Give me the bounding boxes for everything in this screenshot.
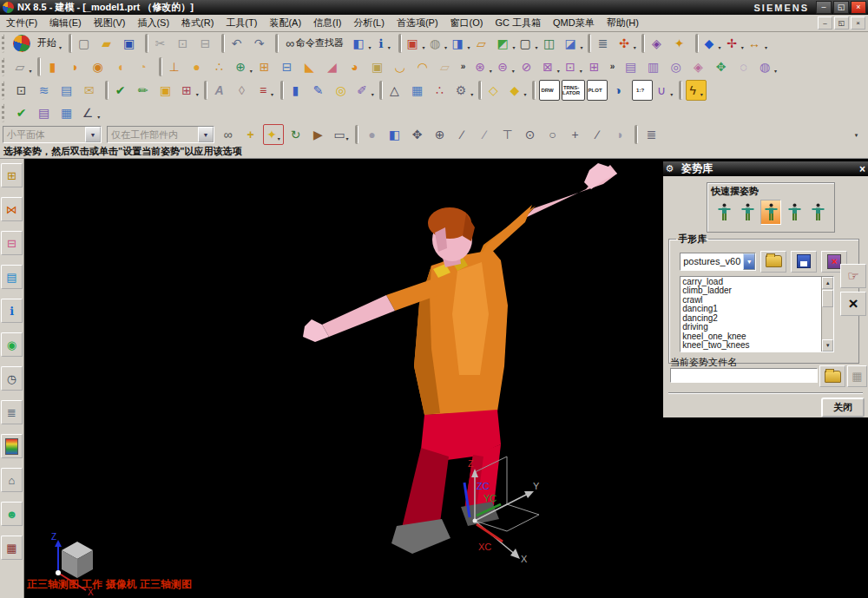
roles-icon[interactable]: ☻ (1, 502, 23, 526)
arc-center-snap-button[interactable]: ⊙ (520, 124, 541, 145)
browse-posture-file-button[interactable] (819, 365, 845, 387)
zoom-region-button[interactable]: ⊡ (13, 80, 34, 101)
more-features-chevron[interactable]: » (459, 56, 471, 77)
menu-item[interactable]: 信息(I) (307, 15, 347, 31)
system-scenes-icon[interactable]: ⌂ (1, 468, 23, 492)
pattern-feature-button[interactable]: ⊛▾ (473, 56, 494, 77)
move-component-button[interactable]: ✔ (112, 80, 133, 101)
iso-standard-button[interactable]: ◑ (609, 80, 630, 101)
quadrant-snap-button[interactable]: ○ (542, 124, 563, 145)
menu-item[interactable]: 工具(T) (220, 15, 263, 31)
selection-preview-button[interactable]: ∞ (218, 124, 239, 145)
validate-button[interactable]: ✔ (13, 102, 34, 123)
suppress-feature-button[interactable]: ⊘ (518, 56, 539, 77)
new-file-button[interactable]: ▢ (76, 33, 96, 54)
menu-item[interactable]: 首选项(P) (391, 15, 444, 31)
menu-item[interactable]: GC 工具箱 (489, 15, 547, 31)
intersection-snap-button[interactable]: ⊤ (497, 124, 518, 145)
history-icon[interactable]: ◉ (1, 332, 23, 357)
child-minimize-button[interactable]: – (818, 16, 832, 30)
orient-handle-button[interactable]: ↻ (286, 124, 306, 145)
sketch-button[interactable]: ▱▾ (13, 56, 34, 77)
rotate-snap-button[interactable]: ⊕ (430, 124, 450, 145)
snap-point-button[interactable]: + (240, 124, 261, 145)
copy-button[interactable]: ⊡ (174, 33, 195, 54)
enable-snap-button[interactable]: ✦▾ (263, 124, 284, 145)
pointer-button[interactable]: ▶ (308, 124, 329, 145)
mirror-feature-button[interactable]: ⊜▾ (496, 56, 516, 77)
menu-item[interactable]: 装配(A) (263, 15, 307, 31)
posture-listbox[interactable]: carry_loadclimb_laddercrawldancing1danci… (680, 276, 834, 352)
examine-geometry-button[interactable]: ▮ (287, 80, 308, 101)
spreadsheet-button[interactable]: ▦ (58, 102, 79, 123)
dialog-close-button[interactable]: 关闭 (821, 398, 865, 417)
selection-scope-combo[interactable]: 仅在工作部件内 ▼ (107, 126, 214, 143)
start-menu-button[interactable]: 开始▾ (32, 33, 65, 54)
edit-section-button[interactable]: ◫ (541, 33, 562, 54)
menu-item[interactable]: 窗口(O) (444, 15, 490, 31)
quick-access-button[interactable]: ϟ▾ (686, 80, 707, 101)
midpoint-snap-button[interactable]: ∕ (475, 124, 496, 145)
menu-item[interactable]: 帮助(H) (601, 15, 645, 31)
styled-surface-button[interactable]: ◌ (735, 56, 756, 77)
restore-button[interactable]: ◱ (833, 1, 849, 14)
layer-category-button[interactable]: ▤ (58, 80, 79, 101)
list-scrollbar[interactable]: ▲ ▼ (821, 277, 833, 352)
assembly-navigator-icon[interactable]: ⊞ (1, 163, 23, 187)
dialog-gear-icon[interactable]: ⚙ (663, 163, 676, 174)
face-blend-button[interactable]: ◠ (414, 56, 435, 77)
export-posture-button[interactable]: ▦ (847, 365, 867, 387)
orient-view-button[interactable]: ◨▾ (450, 33, 471, 54)
through-curves-button[interactable]: ▥ (645, 56, 666, 77)
mannequin-model[interactable] (303, 163, 617, 554)
plot-button[interactable]: PLOT (587, 80, 608, 101)
child-restore-button[interactable]: ◱ (834, 16, 849, 30)
requirements-button[interactable]: ▤ (36, 102, 56, 123)
trim-body-button[interactable]: ◣ (301, 56, 322, 77)
subtract-button[interactable]: ⊟ (279, 56, 299, 77)
pan-snap-button[interactable]: ✥ (407, 124, 428, 145)
pen-button[interactable]: ✎ (310, 80, 331, 101)
triad-origin[interactable] (473, 519, 477, 523)
extrude-button[interactable]: ▮ (44, 56, 65, 77)
text-style-button[interactable]: A (211, 80, 232, 101)
redo-button[interactable]: ↷ (251, 33, 272, 54)
curve-mesh-button[interactable]: ◎ (667, 56, 688, 77)
clip-section-button[interactable]: ◪▾ (563, 33, 584, 54)
open-file-button[interactable]: ▰ (98, 33, 119, 54)
command-finder-button[interactable]: ∞命令查找器 (282, 33, 350, 54)
object-display-button[interactable]: ▣ (157, 80, 178, 101)
reuse-library-icon[interactable]: ▤ (1, 265, 23, 289)
selection-type-combo[interactable]: 小平面体 ▼ (3, 126, 102, 143)
style-list-button[interactable]: ≡▾ (256, 80, 277, 101)
window-button[interactable]: ▢▾ (518, 33, 539, 54)
boolean-button[interactable]: ⊕▾ (233, 56, 254, 77)
point-analysis-button[interactable]: ∴ (431, 80, 452, 101)
draft-button[interactable]: ▱ (437, 56, 457, 77)
menu-item[interactable]: 插入(S) (131, 15, 175, 31)
draft-analysis-button[interactable]: △ (386, 80, 407, 101)
ruled-surface-button[interactable]: ▤ (622, 56, 643, 77)
split-body-button[interactable]: ◢ (324, 56, 345, 77)
menu-item[interactable]: 文件(F) (0, 15, 43, 31)
unite-button[interactable]: ⊞ (256, 56, 277, 77)
move-object-button[interactable]: ◈ (648, 33, 669, 54)
open-library-button[interactable] (760, 251, 786, 273)
delete-posture-button[interactable]: × (840, 292, 866, 316)
model-update-button[interactable]: ◆▾ (508, 80, 529, 101)
scroll-thumb[interactable] (822, 290, 833, 307)
annotation-button[interactable]: ⊞▾ (180, 80, 201, 101)
quick-pose-walk-button[interactable] (737, 200, 758, 225)
shaded-ball-button[interactable]: ● (362, 124, 383, 145)
endpoint-snap-button[interactable]: ∕ (452, 124, 473, 145)
paste-button[interactable]: ⊟ (197, 33, 218, 54)
combo-dropdown-icon[interactable]: ▼ (198, 127, 214, 142)
datum-csys-button[interactable]: ∠▾ (81, 102, 102, 123)
torus-button[interactable]: ◎ (332, 80, 353, 101)
dialog-title-bar[interactable]: ⚙ 姿势库 × (663, 161, 868, 176)
minimize-button[interactable]: – (816, 1, 832, 14)
save-button[interactable]: ▣ (121, 33, 141, 54)
xform-button[interactable]: ✥ (713, 56, 733, 77)
system-clock-icon[interactable]: ◷ (1, 366, 23, 391)
menu-item[interactable]: 视图(V) (88, 15, 132, 31)
